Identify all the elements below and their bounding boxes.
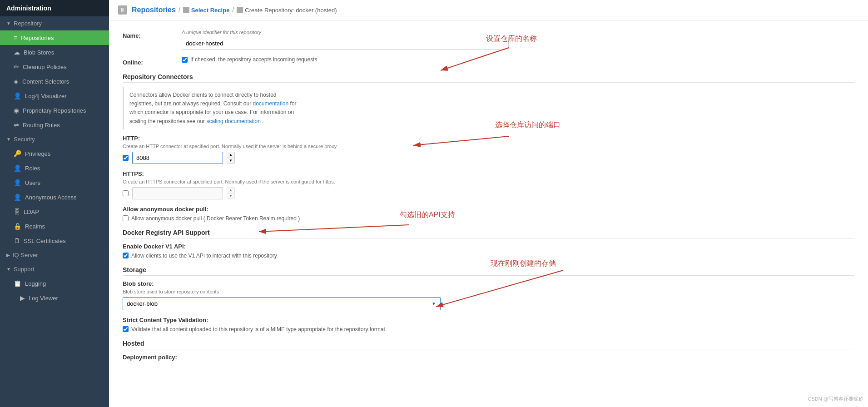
enable-v1-checkbox-row: Allow clients to use the V1 API to inter… bbox=[123, 253, 854, 259]
https-hint: Create an HTTPS connector at specified p… bbox=[123, 179, 854, 184]
sidebar-section-repository[interactable]: ▼ Repository bbox=[0, 16, 109, 30]
breadcrumb-repositories-link[interactable]: Repositories bbox=[132, 6, 176, 14]
sidebar-item-log-viewer[interactable]: ▶ Log Viewer bbox=[0, 291, 109, 305]
sidebar-item-content-selectors-label: Content Selectors bbox=[22, 78, 69, 85]
sidebar: Administration ▼ Repository ≡ Repositori… bbox=[0, 0, 109, 407]
sidebar-item-log4j-label: Log4j Visualizer bbox=[25, 93, 67, 99]
blob-store-select-wrap: docker-blob default bbox=[123, 297, 441, 310]
blob-store-select[interactable]: docker-blob default bbox=[123, 297, 441, 310]
http-port-input[interactable] bbox=[132, 152, 223, 164]
https-port-row: ▲ ▼ bbox=[123, 187, 854, 199]
sidebar-item-roles-label: Roles bbox=[25, 165, 40, 172]
blob-stores-icon: ☁ bbox=[14, 49, 20, 56]
realms-icon: 🔒 bbox=[14, 223, 21, 230]
sidebar-item-content-selectors[interactable]: ◈ Content Selectors bbox=[0, 74, 109, 89]
logging-icon: 📋 bbox=[14, 280, 21, 287]
sidebar-item-log4j[interactable]: 👤 Log4j Visualizer bbox=[0, 89, 109, 103]
sidebar-item-routing-rules[interactable]: ⇌ Routing Rules bbox=[0, 118, 109, 132]
spinner-up-icon[interactable]: ▲ bbox=[227, 152, 234, 158]
https-port-spinner: ▲ ▼ bbox=[227, 187, 235, 199]
https-spinner-down-icon: ▼ bbox=[227, 194, 234, 199]
enable-v1-checkbox[interactable] bbox=[123, 253, 129, 258]
sidebar-item-ssl-label: SSL Certificates bbox=[24, 238, 66, 244]
documentation-link[interactable]: documentation bbox=[253, 100, 288, 107]
current-icon bbox=[237, 7, 243, 13]
sidebar-item-blob-stores[interactable]: ☁ Blob Stores bbox=[0, 45, 109, 60]
sidebar-item-routing-label: Routing Rules bbox=[23, 122, 60, 129]
scaling-documentation-link[interactable]: scaling documentation bbox=[206, 118, 260, 124]
sidebar-item-log-viewer-label: Log Viewer bbox=[29, 295, 58, 302]
sidebar-header: Administration bbox=[0, 0, 109, 16]
hosted-section: Hosted Deployment policy: bbox=[123, 340, 854, 361]
iq-arrow-icon: ▶ bbox=[6, 253, 10, 258]
breadcrumb-current-label: Create Repository: docker (hosted) bbox=[245, 7, 337, 14]
sidebar-section-iq[interactable]: ▶ IQ Server bbox=[0, 248, 109, 262]
breadcrumb: 🗄 Repositories / Select Recipe / Create … bbox=[109, 0, 868, 20]
strict-content-checkbox[interactable] bbox=[123, 326, 129, 332]
repositories-icon: ≡ bbox=[14, 34, 17, 41]
recipe-icon bbox=[183, 7, 189, 13]
support-arrow-icon: ▼ bbox=[6, 267, 11, 272]
anon-docker-checkbox[interactable] bbox=[123, 215, 129, 221]
sidebar-item-realms[interactable]: 🔒 Realms bbox=[0, 219, 109, 233]
anon-access-icon: 👤 bbox=[14, 194, 21, 201]
online-checkbox[interactable] bbox=[182, 57, 188, 63]
sidebar-section-support-label: Support bbox=[14, 266, 35, 273]
log-viewer-icon: ▶ bbox=[20, 294, 25, 302]
blob-store-label: Blob store: bbox=[123, 280, 854, 287]
http-port-row: ▲ ▼ bbox=[123, 152, 854, 164]
sidebar-section-repository-label: Repository bbox=[14, 20, 42, 27]
sidebar-item-blob-stores-label: Blob Stores bbox=[24, 49, 54, 56]
cleanup-icon: ✏ bbox=[14, 63, 19, 70]
breadcrumb-select-recipe-link[interactable]: Select Recipe bbox=[183, 7, 230, 14]
http-port-spinner[interactable]: ▲ ▼ bbox=[227, 152, 235, 164]
roles-icon: 👤 bbox=[14, 164, 21, 172]
sidebar-item-privileges[interactable]: 🔑 Privileges bbox=[0, 146, 109, 161]
sidebar-item-users[interactable]: 👤 Users bbox=[0, 175, 109, 190]
online-field: If checked, the repository accepts incom… bbox=[182, 56, 854, 63]
storage-section: Storage Blob store: Blob store used to s… bbox=[123, 266, 854, 333]
name-input[interactable] bbox=[182, 37, 509, 50]
strict-content-hint: Validate that all content uploaded to th… bbox=[131, 326, 385, 333]
connector-note-text3: . bbox=[262, 118, 263, 124]
sidebar-item-proprietary[interactable]: ◉ Proprietary Repositories bbox=[0, 103, 109, 118]
routing-icon: ⇌ bbox=[14, 121, 19, 129]
http-checkbox[interactable] bbox=[123, 155, 129, 161]
sidebar-item-ldap-label: LDAP bbox=[24, 208, 39, 215]
online-hint: If checked, the repository accepts incom… bbox=[190, 56, 317, 63]
online-label: Online: bbox=[123, 56, 182, 66]
sidebar-item-privileges-label: Privileges bbox=[25, 150, 50, 157]
sidebar-item-logging[interactable]: 📋 Logging bbox=[0, 276, 109, 291]
breadcrumb-select-recipe-label: Select Recipe bbox=[191, 7, 230, 14]
sidebar-section-support[interactable]: ▼ Support bbox=[0, 262, 109, 276]
ssl-icon: 🗒 bbox=[14, 237, 20, 244]
deployment-label: Deployment policy: bbox=[123, 354, 854, 361]
https-port-input bbox=[132, 187, 223, 199]
log4j-icon: 👤 bbox=[14, 92, 21, 99]
sidebar-section-security[interactable]: ▼ Security bbox=[0, 132, 109, 146]
sidebar-item-repositories[interactable]: ≡ Repositories bbox=[0, 30, 109, 45]
connector-note: Connectors allow Docker clients to conne… bbox=[123, 87, 854, 129]
sidebar-item-ldap[interactable]: 🗄 LDAP bbox=[0, 204, 109, 219]
docker-api-section: Docker Registry API Support Enable Docke… bbox=[123, 229, 854, 259]
enable-v1-label: Enable Docker V1 API: bbox=[123, 243, 854, 250]
form-area: Name: A unique identifier for this repos… bbox=[109, 20, 868, 407]
sidebar-item-cleanup-policies[interactable]: ✏ Cleanup Policies bbox=[0, 60, 109, 74]
online-checkbox-row: If checked, the repository accepts incom… bbox=[182, 56, 854, 63]
sidebar-item-users-label: Users bbox=[25, 179, 40, 186]
sidebar-item-anon-label: Anonymous Access bbox=[25, 194, 76, 201]
security-arrow-icon: ▼ bbox=[6, 137, 11, 142]
storage-title: Storage bbox=[123, 266, 854, 276]
hosted-title: Hosted bbox=[123, 340, 854, 349]
online-row: Online: If checked, the repository accep… bbox=[123, 56, 854, 66]
breadcrumb-current: Create Repository: docker (hosted) bbox=[237, 7, 337, 14]
sidebar-item-ssl[interactable]: 🗒 SSL Certificates bbox=[0, 233, 109, 248]
sidebar-item-roles[interactable]: 👤 Roles bbox=[0, 161, 109, 175]
privileges-icon: 🔑 bbox=[14, 150, 21, 157]
spinner-down-icon[interactable]: ▼ bbox=[227, 158, 234, 164]
sidebar-item-cleanup-label: Cleanup Policies bbox=[23, 64, 67, 70]
sidebar-item-anonymous-access[interactable]: 👤 Anonymous Access bbox=[0, 190, 109, 204]
https-checkbox[interactable] bbox=[123, 190, 129, 196]
name-field: A unique identifier for this repository bbox=[182, 30, 854, 50]
https-label: HTTPS: bbox=[123, 170, 854, 177]
